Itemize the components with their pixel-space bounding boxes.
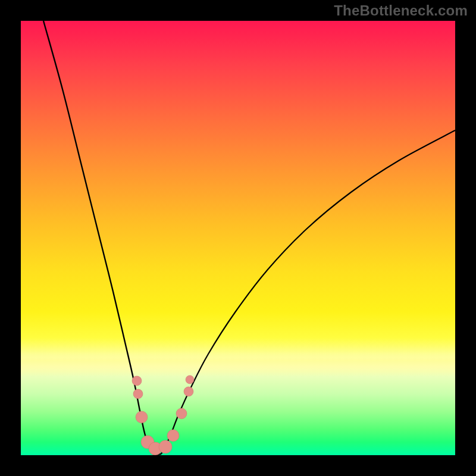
watermark-text: TheBottleneck.com [334,2,468,19]
marker-dot [167,430,179,441]
marker-group [132,375,194,455]
marker-layer [21,21,455,455]
marker-dot [184,387,193,396]
frame: TheBottleneck.com [0,0,476,476]
marker-dot [176,408,187,419]
marker-dot [159,440,172,453]
marker-dot [132,376,142,386]
marker-dot [186,375,194,384]
plot-area [21,21,455,455]
marker-dot [136,411,148,423]
marker-dot [133,389,143,399]
